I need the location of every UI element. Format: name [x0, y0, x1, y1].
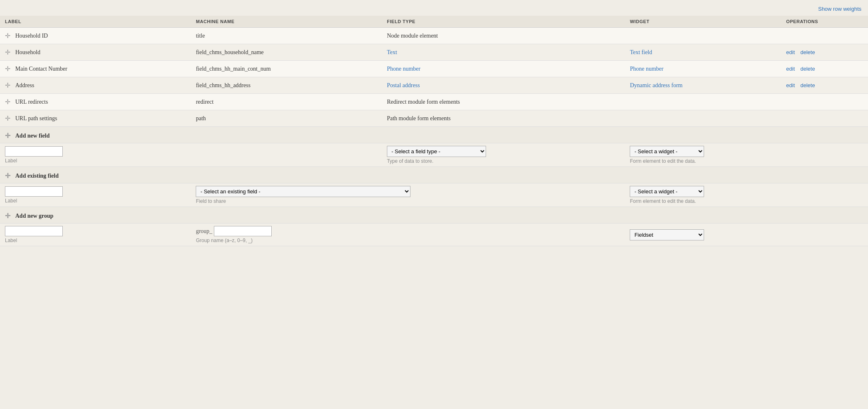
- label-cell: ✛ Main Contact Number: [0, 61, 191, 77]
- field-type-cell: Redirect module form elements: [382, 94, 625, 110]
- add-new-group-widget-select[interactable]: Fieldset: [630, 229, 704, 240]
- field-type-link[interactable]: Postal address: [387, 82, 420, 88]
- widget-cell: Phone number: [625, 61, 781, 77]
- drag-handle-icon[interactable]: ✛: [5, 98, 13, 106]
- add-new-field-inputs-row: Label - Select a field type - Type of da…: [0, 143, 868, 167]
- add-existing-field-widget-select[interactable]: - Select a widget -: [630, 186, 704, 197]
- field-type-cell: Node module element: [382, 28, 625, 44]
- operations-cell: edit delete: [781, 44, 868, 61]
- field-type-cell: Postal address: [382, 77, 625, 94]
- add-new-field-label-cell: Label: [0, 143, 191, 167]
- widget-cell: [625, 28, 781, 44]
- row-label: URL path settings: [15, 115, 57, 122]
- add-new-field-widget-hint: Form element to edit the data.: [630, 158, 776, 164]
- add-new-field-label-hint: Label: [5, 158, 186, 164]
- col-header-label: LABEL: [0, 16, 191, 28]
- add-existing-field-label-hint: Label: [5, 198, 186, 204]
- add-new-field-header-cell: ✛ Add new field: [0, 127, 868, 143]
- add-new-group-label: Add new group: [15, 213, 53, 219]
- row-label: Household: [15, 49, 40, 56]
- widget-link[interactable]: Phone number: [630, 66, 663, 72]
- label-cell: ✛ URL path settings: [0, 110, 191, 127]
- add-existing-field-header-cell: ✛ Add existing field: [0, 167, 868, 183]
- show-row-weights-bar: Show row weights: [0, 4, 868, 16]
- drag-handle-icon[interactable]: ✛: [5, 32, 13, 40]
- table-body: ✛ Household ID title Node module element…: [0, 28, 868, 246]
- add-new-field-label-input[interactable]: [5, 146, 63, 157]
- label-cell: ✛ Household ID: [0, 28, 191, 44]
- add-new-group-name-input[interactable]: [214, 226, 272, 236]
- fields-table: LABEL MACHINE NAME FIELD TYPE WIDGET OPE…: [0, 16, 868, 246]
- field-type-cell: Path module form elements: [382, 110, 625, 127]
- add-new-group-label-input[interactable]: [5, 226, 63, 236]
- widget-cell: Text field: [625, 44, 781, 61]
- add-new-field-header-row: ✛ Add new field: [0, 127, 868, 143]
- machine-name-cell: title: [191, 28, 382, 44]
- delete-link[interactable]: delete: [800, 82, 815, 88]
- add-existing-field-widget-hint: Form element to edit the data.: [630, 198, 776, 204]
- drag-handle-icon[interactable]: ✛: [5, 81, 13, 89]
- widget-link[interactable]: Dynamic address form: [630, 82, 683, 88]
- add-existing-field-widget-cell: - Select a widget - Form element to edit…: [625, 183, 781, 207]
- add-new-field-widget-select[interactable]: - Select a widget -: [630, 146, 704, 157]
- operations-cell: [781, 94, 868, 110]
- col-header-fieldtype: FIELD TYPE: [382, 16, 625, 28]
- edit-link[interactable]: edit: [786, 49, 795, 55]
- add-existing-field-inputs-row: Label - Select an existing field - Field…: [0, 183, 868, 207]
- edit-link[interactable]: edit: [786, 66, 795, 72]
- add-new-group-ops-cell: [781, 224, 868, 246]
- table-row: ✛ Main Contact Number field_chms_hh_main…: [0, 61, 868, 77]
- add-existing-field-ops-cell: [781, 183, 868, 207]
- add-existing-field-label-input[interactable]: [5, 186, 63, 197]
- page-wrapper: Show row weights LABEL MACHINE NAME FIEL…: [0, 0, 868, 254]
- widget-cell: [625, 94, 781, 110]
- drag-handle-icon[interactable]: ✛: [5, 172, 13, 180]
- delete-link[interactable]: delete: [800, 49, 815, 55]
- drag-handle-icon[interactable]: ✛: [5, 65, 13, 73]
- drag-handle-icon[interactable]: ✛: [5, 48, 13, 56]
- drag-handle-icon[interactable]: ✛: [5, 212, 13, 220]
- add-existing-field-header-row: ✛ Add existing field: [0, 167, 868, 183]
- add-new-field-label: Add new field: [15, 133, 50, 139]
- col-header-widget: WIDGET: [625, 16, 781, 28]
- add-existing-field-select[interactable]: - Select an existing field -: [196, 186, 410, 197]
- operations-cell: edit delete: [781, 77, 868, 94]
- widget-link[interactable]: Text field: [630, 49, 652, 55]
- field-type-link[interactable]: Phone number: [387, 66, 420, 72]
- add-existing-field-existing-cell: - Select an existing field - Field to sh…: [191, 183, 625, 207]
- edit-link[interactable]: edit: [786, 82, 795, 88]
- row-label: Address: [15, 82, 34, 89]
- label-cell: ✛ Address: [0, 77, 191, 94]
- add-new-field-type-cell: - Select a field type - Type of data to …: [382, 143, 625, 167]
- label-cell: ✛ URL redirects: [0, 94, 191, 110]
- col-header-machine: MACHINE NAME: [191, 16, 382, 28]
- add-new-group-name-hint: Group name (a–z, 0–9, _): [196, 238, 377, 243]
- add-new-field-type-select[interactable]: - Select a field type -: [387, 146, 486, 157]
- machine-name-cell: field_chms_hh_main_cont_num: [191, 61, 382, 77]
- field-type-cell: Text: [382, 44, 625, 61]
- add-new-group-header-row: ✛ Add new group: [0, 207, 868, 224]
- table-header: LABEL MACHINE NAME FIELD TYPE WIDGET OPE…: [0, 16, 868, 28]
- drag-handle-icon[interactable]: ✛: [5, 114, 13, 122]
- row-label: URL redirects: [15, 99, 48, 105]
- add-existing-field-label: Add existing field: [15, 173, 59, 179]
- add-new-field-machine-cell: [191, 143, 382, 167]
- table-row: ✛ Address field_chms_hh_address Postal a…: [0, 77, 868, 94]
- table-row: ✛ URL path settings path Path module for…: [0, 110, 868, 127]
- operations-cell: edit delete: [781, 61, 868, 77]
- field-type-link[interactable]: Text: [387, 49, 397, 55]
- add-new-group-widget-cell: Fieldset: [625, 224, 781, 246]
- add-new-group-machine-cell: group_ Group name (a–z, 0–9, _): [191, 224, 382, 246]
- table-row: ✛ Household ID title Node module element: [0, 28, 868, 44]
- add-new-group-label-hint: Label: [5, 238, 186, 243]
- row-label: Household ID: [15, 33, 48, 39]
- add-new-group-inputs-row: Label group_ Group name (a–z, 0–9, _) Fi…: [0, 224, 868, 246]
- field-type-cell: Phone number: [382, 61, 625, 77]
- machine-name-cell: redirect: [191, 94, 382, 110]
- row-label: Main Contact Number: [15, 66, 67, 72]
- drag-handle-icon[interactable]: ✛: [5, 132, 13, 140]
- add-new-group-label-cell: Label: [0, 224, 191, 246]
- delete-link[interactable]: delete: [800, 66, 815, 72]
- add-existing-field-hint: Field to share: [196, 198, 620, 204]
- show-row-weights-link[interactable]: Show row weights: [818, 6, 861, 12]
